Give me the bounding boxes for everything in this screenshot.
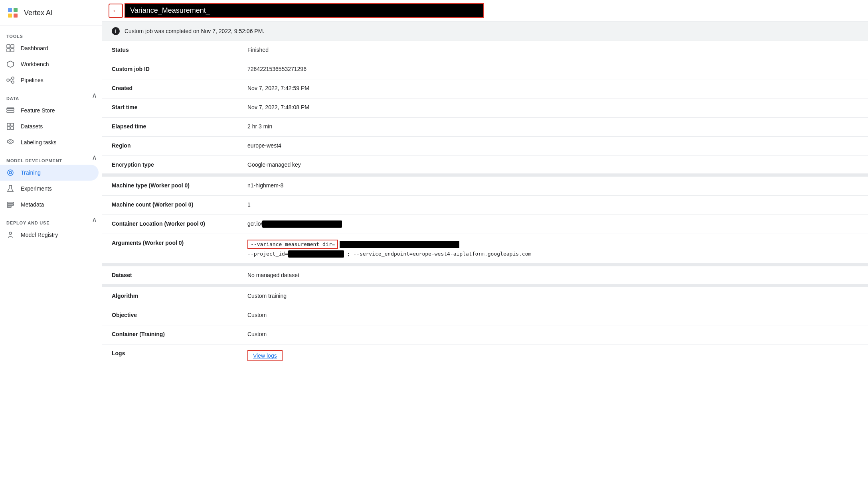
- experiments-icon: [6, 185, 14, 193]
- data-section-chevron[interactable]: ∧: [92, 91, 97, 100]
- section-label-deploy: DEPLOY AND USE: [0, 213, 56, 227]
- svg-point-19: [8, 170, 13, 175]
- sidebar-item-label: Feature Store: [21, 107, 55, 114]
- feature-store-icon: [6, 106, 14, 114]
- detail-value: 1: [247, 201, 858, 208]
- detail-row-created: Created Nov 7, 2022, 7:42:59 PM: [102, 79, 868, 98]
- detail-label: Elapsed time: [112, 123, 247, 130]
- args-line2: --project_id= ; --service_endpoint=europ…: [247, 250, 858, 258]
- arg-redacted: [340, 241, 459, 248]
- svg-rect-6: [7, 49, 10, 52]
- detail-label: Region: [112, 142, 247, 149]
- sidebar-item-label: Experiments: [21, 185, 52, 192]
- sidebar-item-training[interactable]: Training: [0, 165, 99, 181]
- detail-row-region: Region europe-west4: [102, 137, 868, 156]
- detail-row-encryption: Encryption type Google-managed key: [102, 156, 868, 177]
- sidebar-item-label: Dashboard: [21, 45, 48, 51]
- svg-rect-4: [7, 45, 10, 48]
- detail-label: Dataset: [112, 272, 247, 278]
- detail-label: Container Location (Worker pool 0): [112, 220, 247, 227]
- svg-rect-16: [7, 127, 10, 130]
- detail-row-objective: Objective Custom: [102, 306, 868, 325]
- model-dev-section-chevron[interactable]: ∧: [92, 153, 97, 162]
- project-id-redacted: [288, 250, 344, 258]
- svg-point-10: [12, 81, 14, 83]
- detail-label: Start time: [112, 104, 247, 110]
- labeling-tasks-icon: [6, 138, 14, 146]
- sidebar-item-datasets[interactable]: Datasets: [0, 118, 99, 134]
- detail-row-algorithm: Algorithm Custom training: [102, 287, 868, 306]
- vertex-ai-logo-icon: [6, 6, 19, 19]
- pipelines-icon: [6, 76, 14, 84]
- detail-value: Custom: [247, 331, 858, 337]
- content-area: i Custom job was completed on Nov 7, 202…: [102, 22, 868, 496]
- banner-message: Custom job was completed on Nov 7, 2022,…: [125, 28, 264, 34]
- svg-rect-14: [7, 123, 10, 126]
- sidebar-item-pipelines[interactable]: Pipelines: [0, 72, 99, 88]
- sidebar-item-model-registry[interactable]: Model Registry: [0, 227, 99, 243]
- training-icon: [6, 169, 14, 177]
- detail-value: Custom: [247, 312, 858, 318]
- detail-label: Machine type (Worker pool 0): [112, 182, 247, 189]
- detail-value: 7264221536553271296: [247, 66, 858, 72]
- sidebar: Vertex AI TOOLS Dashboard Workbench Pipe…: [0, 0, 102, 496]
- sidebar-item-workbench[interactable]: Workbench: [0, 56, 99, 72]
- svg-rect-17: [11, 127, 14, 130]
- sidebar-item-dashboard[interactable]: Dashboard: [0, 40, 99, 56]
- view-logs-link[interactable]: View logs: [247, 350, 283, 361]
- sidebar-item-label: Datasets: [21, 123, 43, 130]
- metadata-icon: [6, 201, 14, 209]
- svg-point-24: [9, 232, 12, 234]
- svg-point-20: [9, 171, 12, 174]
- svg-rect-15: [11, 123, 14, 126]
- svg-rect-21: [7, 202, 14, 203]
- detail-label: Created: [112, 85, 247, 91]
- detail-value: Nov 7, 2022, 7:42:59 PM: [247, 85, 858, 91]
- model-registry-icon: [6, 231, 14, 239]
- detail-row-container-training: Container (Training) Custom: [102, 325, 868, 344]
- detail-label: Machine count (Worker pool 0): [112, 201, 247, 208]
- detail-label: Arguments (Worker pool 0): [112, 240, 247, 246]
- section-label-data: DATA: [0, 88, 26, 102]
- section-label-model-dev: MODEL DEVELOPMENT: [0, 150, 69, 165]
- sidebar-item-label: Pipelines: [21, 77, 43, 83]
- detail-value: No managed dataset: [247, 272, 858, 278]
- svg-point-8: [7, 79, 9, 81]
- sidebar-item-feature-store[interactable]: Feature Store: [0, 102, 99, 118]
- detail-row-status: Status Finished: [102, 41, 868, 60]
- datasets-icon: [6, 122, 14, 130]
- detail-label: Objective: [112, 312, 247, 318]
- detail-value: Finished: [247, 47, 858, 53]
- svg-rect-7: [11, 49, 14, 52]
- detail-row-elapsed-time: Elapsed time 2 hr 3 min: [102, 118, 868, 137]
- container-loc-redacted: [262, 220, 342, 228]
- sidebar-item-metadata[interactable]: Metadata: [0, 197, 99, 213]
- svg-rect-3: [14, 14, 18, 18]
- sidebar-item-label: Training: [21, 169, 41, 176]
- sidebar-item-labeling-tasks[interactable]: Labeling tasks: [0, 134, 99, 150]
- detail-value: gcr.io/: [247, 220, 858, 228]
- back-button[interactable]: ←: [109, 4, 123, 18]
- app-logo: Vertex AI: [0, 0, 102, 26]
- detail-row-dataset: Dataset No managed dataset: [102, 266, 868, 287]
- app-name: Vertex AI: [24, 9, 53, 17]
- sidebar-item-label: Labeling tasks: [21, 139, 57, 146]
- sidebar-item-label: Metadata: [21, 201, 44, 208]
- svg-rect-11: [7, 108, 14, 110]
- dashboard-icon: [6, 44, 14, 52]
- deploy-section-chevron[interactable]: ∧: [92, 215, 97, 224]
- info-icon: i: [112, 27, 120, 35]
- detail-label: Algorithm: [112, 293, 247, 299]
- svg-rect-0: [8, 8, 12, 12]
- svg-rect-5: [11, 45, 14, 48]
- sidebar-item-experiments[interactable]: Experiments: [0, 181, 99, 197]
- topbar: ←: [102, 0, 868, 22]
- page-title[interactable]: [125, 3, 484, 18]
- detail-row-machine-type: Machine type (Worker pool 0) n1-highmem-…: [102, 177, 868, 196]
- svg-rect-22: [7, 204, 14, 205]
- workbench-icon: [6, 60, 14, 68]
- detail-value: View logs: [247, 350, 858, 361]
- detail-label: Status: [112, 47, 247, 53]
- detail-value: --variance_measurement_dir= --project_id…: [247, 240, 858, 258]
- svg-rect-12: [7, 111, 14, 112]
